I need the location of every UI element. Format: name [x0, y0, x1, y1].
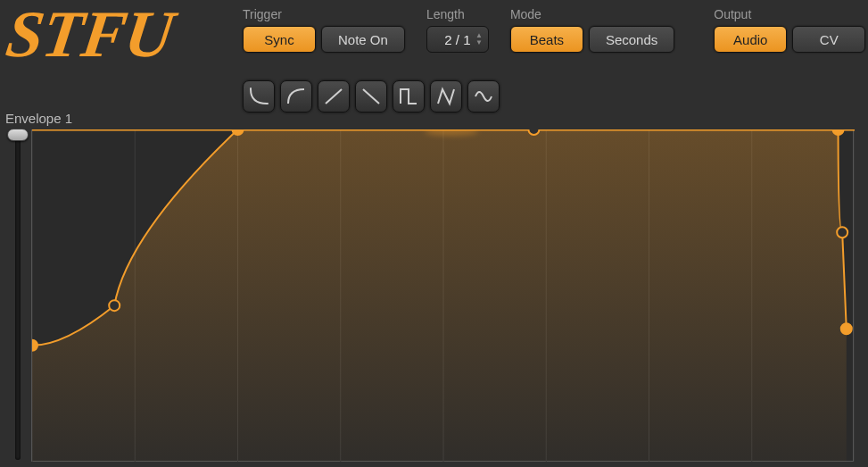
envelope-node[interactable]: [233, 129, 244, 135]
envelope-node[interactable]: [32, 340, 37, 351]
envelope-node[interactable]: [841, 323, 852, 334]
shape-triangle-button[interactable]: [430, 80, 462, 113]
output-cv-button[interactable]: CV: [792, 26, 865, 53]
envelope-node[interactable]: [833, 129, 844, 135]
shape-step-button[interactable]: [393, 80, 425, 113]
mode-seconds-button[interactable]: Seconds: [589, 26, 674, 53]
slider-track: [15, 129, 21, 460]
output-audio-button[interactable]: Audio: [714, 26, 787, 53]
shape-curve-concave-button[interactable]: [243, 80, 275, 113]
length-group: Length 2 / 1 ▲▼: [426, 7, 489, 53]
trigger-sync-button[interactable]: Sync: [243, 26, 316, 53]
mode-beats-button[interactable]: Beats: [510, 26, 583, 53]
envelope-node[interactable]: [837, 227, 847, 238]
shape-curve-convex-button[interactable]: [280, 80, 312, 113]
mode-label: Mode: [510, 7, 674, 21]
stepper-arrows-icon: ▲▼: [475, 33, 483, 46]
length-label: Length: [426, 7, 489, 21]
envelope-label: Envelope 1: [5, 111, 72, 126]
length-stepper[interactable]: 2 / 1 ▲▼: [426, 26, 489, 53]
envelope-svg[interactable]: [32, 129, 855, 462]
slider-thumb[interactable]: [7, 129, 29, 141]
shape-linear-down-button[interactable]: [355, 80, 387, 113]
plugin-logo: STFU: [2, 0, 178, 72]
envelope-canvas[interactable]: [31, 129, 854, 462]
output-label: Output: [714, 7, 865, 21]
envelope-amount-slider[interactable]: [9, 129, 27, 460]
shape-row: [243, 80, 500, 113]
length-value: 2 / 1: [444, 32, 470, 47]
shape-sine-button[interactable]: [467, 80, 500, 113]
toolbar: Trigger Sync Note On Length 2 / 1 ▲▼ Mod…: [243, 7, 865, 53]
trigger-noteon-button[interactable]: Note On: [321, 26, 405, 53]
trigger-label: Trigger: [243, 7, 405, 21]
envelope-node[interactable]: [528, 129, 539, 135]
envelope-node[interactable]: [109, 300, 120, 311]
trigger-group: Trigger Sync Note On: [243, 7, 405, 53]
shape-linear-up-button[interactable]: [318, 80, 350, 113]
mode-group: Mode Beats Seconds: [510, 7, 674, 53]
output-group: Output Audio CV: [714, 7, 865, 53]
